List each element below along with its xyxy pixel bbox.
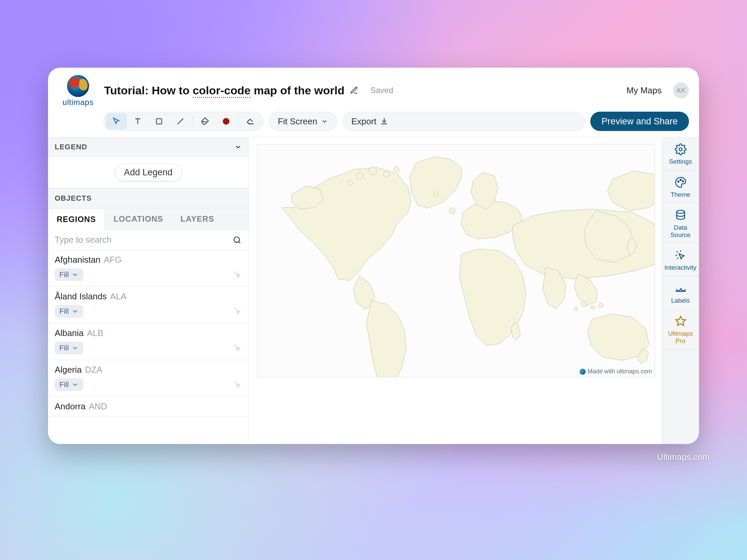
chevron-down-icon (71, 344, 79, 352)
fill-chip[interactable]: Fill (55, 305, 83, 318)
gear-icon (675, 143, 687, 155)
region-code: DZA (85, 365, 102, 375)
svg-point-16 (682, 181, 683, 182)
search-icon[interactable] (232, 235, 242, 245)
fill-color-swatch[interactable] (215, 113, 237, 129)
svg-point-4 (599, 303, 603, 308)
region-name: Andorra (55, 401, 86, 412)
star-icon (675, 315, 687, 327)
rail-data-source[interactable]: Data Source (662, 203, 699, 244)
export-group: Export (342, 112, 585, 131)
tab-regions[interactable]: REGIONS (48, 208, 105, 230)
avatar[interactable]: AK (673, 82, 689, 98)
fill-tool[interactable] (194, 113, 215, 129)
objects-header: OBJECTS (48, 188, 249, 208)
fill-chip[interactable]: Fill (55, 378, 83, 391)
edit-icon[interactable] (350, 86, 359, 95)
rail-labels[interactable]: Labels (662, 276, 699, 309)
line-tool[interactable] (170, 113, 191, 129)
canvas[interactable]: Made with ultimaps.com (249, 137, 662, 444)
search-row (48, 230, 249, 250)
watermark: Ultimaps.com (657, 452, 710, 462)
preview-share-button[interactable]: Preview and Share (590, 112, 689, 131)
region-item[interactable]: Andorra AND (48, 397, 249, 417)
svg-point-17 (677, 210, 685, 213)
title-bar: ultimaps Tutorial: How to color-code map… (48, 68, 699, 107)
fill-color-dot (223, 118, 229, 125)
select-tool[interactable] (106, 113, 127, 129)
svg-point-12 (394, 167, 399, 172)
svg-point-15 (680, 179, 681, 181)
add-legend-button[interactable]: Add Legend (114, 164, 182, 181)
search-input[interactable] (55, 235, 228, 245)
cursor-sparkle-icon[interactable] (233, 380, 242, 389)
fill-chip[interactable]: Fill (55, 342, 83, 354)
palette-icon (675, 176, 687, 188)
chevron-down-icon (71, 381, 79, 388)
title-suffix: map of the world (251, 84, 344, 97)
download-icon (380, 117, 388, 126)
map-landmasses (282, 157, 655, 377)
database-icon (675, 209, 687, 221)
region-code: AFG (104, 255, 121, 265)
region-item[interactable]: Afghanistan AFG Fill (48, 250, 249, 287)
chevron-down-icon (71, 308, 79, 315)
chevron-down-icon (234, 143, 242, 151)
region-list[interactable]: Afghanistan AFG Fill Åland Islands ALA F… (48, 250, 249, 444)
cursor-sparkle-icon[interactable] (233, 270, 242, 279)
my-maps-link[interactable]: My Maps (627, 85, 662, 96)
svg-point-2 (582, 301, 587, 306)
view-group: Fit Screen (269, 112, 337, 131)
fit-screen-dropdown[interactable]: Fit Screen (271, 113, 335, 129)
svg-point-7 (434, 192, 439, 197)
logo[interactable]: ultimaps (58, 74, 98, 107)
region-name: Afghanistan (55, 255, 100, 265)
credit-globe-icon (579, 369, 586, 375)
region-code: ALB (87, 328, 103, 338)
svg-point-8 (357, 173, 363, 179)
region-name: Algeria (55, 365, 82, 375)
svg-point-6 (449, 208, 455, 214)
svg-point-1 (234, 237, 239, 242)
tab-locations[interactable]: LOCATIONS (105, 208, 172, 230)
labels-icon (675, 282, 687, 294)
region-item[interactable]: Algeria DZA Fill (48, 360, 249, 397)
toolbar: Fit Screen Export Preview and Share (48, 107, 699, 137)
rail-settings[interactable]: Settings (662, 137, 699, 170)
object-tabs: REGIONS LOCATIONS LAYERS (48, 208, 249, 230)
region-item[interactable]: Åland Islands ALA Fill (48, 287, 249, 323)
fill-chip[interactable]: Fill (55, 268, 83, 281)
rail-interactivity[interactable]: Interactivity (662, 243, 699, 276)
text-tool[interactable] (127, 113, 148, 129)
region-code: ALA (110, 291, 126, 302)
region-code: AND (89, 401, 107, 412)
export-button[interactable]: Export (345, 113, 395, 129)
title-prefix: Tutorial: How to (104, 84, 193, 97)
legend-header[interactable]: LEGEND (48, 137, 249, 157)
region-item[interactable]: Albania ALB Fill (48, 323, 249, 360)
svg-point-9 (369, 167, 377, 175)
logo-text: ultimaps (62, 98, 93, 107)
cursor-sparkle-icon[interactable] (233, 307, 242, 316)
document-title[interactable]: Tutorial: How to color-code map of the w… (104, 84, 393, 97)
tab-layers[interactable]: LAYERS (172, 208, 223, 230)
left-panel: LEGEND Add Legend OBJECTS REGIONS LOCATI… (48, 137, 249, 444)
globe-icon (67, 75, 89, 97)
region-name: Albania (55, 328, 84, 338)
eraser-tool[interactable] (240, 113, 261, 129)
region-name: Åland Islands (55, 291, 107, 302)
world-map[interactable]: Made with ultimaps.com (257, 144, 655, 377)
chevron-down-icon (71, 271, 79, 278)
tools-group (103, 112, 263, 131)
cursor-sparkle-icon[interactable] (233, 344, 242, 352)
shape-tool[interactable] (148, 113, 170, 129)
svg-point-10 (384, 171, 389, 177)
rail-pro[interactable]: Ultimaps Pro (662, 309, 699, 350)
map-credit: Made with ultimaps.com (579, 368, 652, 375)
title-underlined: color-code (193, 84, 251, 98)
svg-point-11 (347, 180, 353, 185)
svg-rect-0 (156, 119, 162, 124)
svg-point-13 (679, 148, 682, 151)
chevron-down-icon (321, 118, 328, 125)
rail-theme[interactable]: Theme (662, 170, 699, 203)
